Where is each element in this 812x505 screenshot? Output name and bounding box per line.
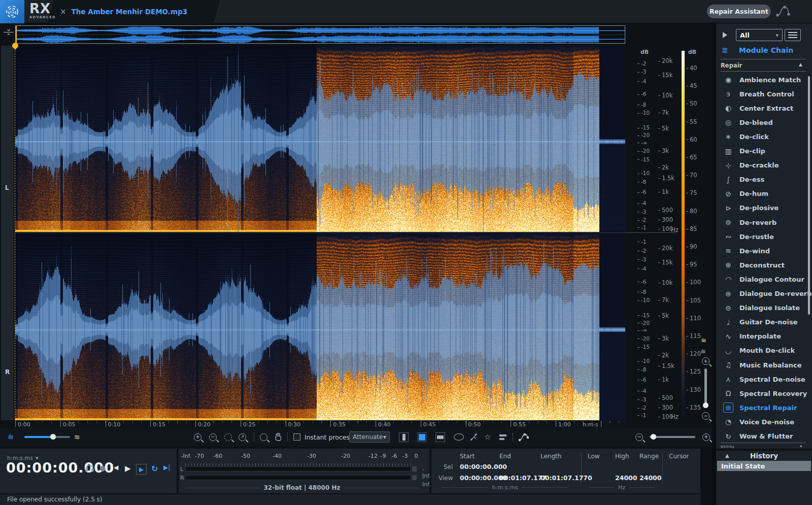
- vertical-zoom-knob[interactable]: [703, 402, 708, 408]
- module-list-scrollbar[interactable]: [808, 76, 810, 315]
- module-item-deconstruct[interactable]: ⊗Deconstruct: [716, 258, 812, 272]
- signal-flow-icon[interactable]: [775, 4, 791, 19]
- h-zoom-out-icon[interactable]: −: [635, 431, 643, 443]
- collapse-overview-icon[interactable]: ⌄⌄: [3, 26, 14, 38]
- blend-slider-knob[interactable]: [50, 434, 56, 440]
- playhead-marker[interactable]: [12, 43, 18, 49]
- spectrogram-settings-icon[interactable]: ≋: [74, 431, 80, 443]
- tab-close-icon[interactable]: ×: [60, 7, 66, 16]
- meter-bar-left[interactable]: [185, 466, 411, 472]
- module-item-de-reverb[interactable]: ⊚De-reverb: [716, 215, 812, 229]
- module-item-de-rustle[interactable]: ∾De-rustle: [716, 229, 812, 244]
- view-end[interactable]: 00:01:07.177: [499, 474, 547, 482]
- module-item-de-wind[interactable]: ≋De-wind: [716, 244, 812, 258]
- magic-wand-tool-icon[interactable]: ☆: [484, 431, 491, 443]
- lasso-tool-icon[interactable]: [454, 431, 464, 443]
- spectrogram-view[interactable]: [15, 46, 625, 420]
- hand-tool-icon[interactable]: [274, 431, 282, 443]
- file-tab-content[interactable]: × The Amber Menhir DEMO.mp3: [60, 0, 222, 23]
- monitor-icon[interactable]: [85, 464, 94, 472]
- time-frequency-selection-tool[interactable]: [417, 431, 427, 443]
- row-view-label: View: [438, 475, 453, 482]
- instant-process-checkbox[interactable]: [293, 431, 300, 443]
- module-item-de-plosive[interactable]: ⊳De-plosive: [716, 201, 812, 215]
- vertical-zoom-slider[interactable]: [704, 368, 707, 407]
- module-item-dialogue-contour[interactable]: ◠Dialogue Contour: [716, 272, 812, 286]
- waveform-spectrogram-blend-icon[interactable]: ılıı: [8, 431, 13, 443]
- view-length[interactable]: 00:01:07.177: [540, 474, 588, 482]
- module-item-de-ess[interactable]: ∫De-ess: [716, 173, 812, 187]
- module-chain-icon: ≣: [722, 46, 728, 55]
- spectrogram-mode-icon[interactable]: ≋: [701, 336, 706, 344]
- module-item-guitar-de-noise[interactable]: ♩Guitar De-noise: [716, 315, 812, 329]
- loop-icon[interactable]: ↻: [151, 464, 158, 474]
- h-zoom-slider[interactable]: [650, 436, 695, 438]
- module-item-de-bleed[interactable]: ◎De-bleed: [716, 115, 812, 129]
- module-menu-icon[interactable]: [785, 29, 801, 41]
- frequency-selection-tool[interactable]: [435, 431, 445, 443]
- module-item-de-hum[interactable]: ⊘De-hum: [716, 187, 812, 201]
- h-zoom-knob[interactable]: [651, 434, 656, 440]
- collapse-triangle-icon[interactable]: ▲: [799, 62, 802, 67]
- module-item-de-clip[interactable]: ▥De-clip: [716, 144, 812, 158]
- play-button-icon[interactable]: ▶: [125, 464, 131, 473]
- module-item-spectral-recovery[interactable]: ΩSpectral Recovery: [716, 386, 812, 400]
- channel-strip[interactable]: L R: [1, 46, 14, 420]
- category-utility-header[interactable]: Utility: [721, 445, 735, 448]
- waveform-mode-icon[interactable]: ılıı: [701, 348, 705, 355]
- view-low[interactable]: 0: [588, 474, 592, 482]
- search-zoom-icon[interactable]: [260, 431, 267, 443]
- category-repair-header[interactable]: Repair: [721, 62, 742, 69]
- meter-bar-right[interactable]: [185, 475, 411, 480]
- collapse-triangle-icon[interactable]: ▲: [800, 444, 802, 447]
- module-item-interpolate[interactable]: ∿Interpolate: [716, 329, 812, 344]
- zoom-fit-icon[interactable]: ↗: [239, 431, 246, 443]
- module-icon: ♫: [723, 360, 733, 370]
- module-label: De-crackle: [739, 161, 779, 169]
- play-to-end-icon[interactable]: ▶|: [163, 464, 170, 471]
- module-item-voice-de-noise[interactable]: ◔Voice De-noise: [716, 415, 812, 429]
- zoom-out-time-icon[interactable]: −: [209, 431, 217, 443]
- view-high[interactable]: 24000: [615, 474, 637, 482]
- channel-label-right[interactable]: R: [5, 368, 10, 376]
- adjacent-selection-tool-icon[interactable]: [499, 431, 506, 443]
- overview-waveform[interactable]: [15, 25, 625, 44]
- vertical-zoom-out-icon[interactable]: −: [702, 412, 709, 420]
- zoom-in-time-icon[interactable]: +: [194, 431, 201, 443]
- signal-chain-tool-icon[interactable]: [519, 431, 529, 443]
- play-selection-icon[interactable]: ▶: [136, 464, 147, 475]
- view-range[interactable]: 24000: [639, 474, 662, 482]
- preview-play-icon[interactable]: [723, 32, 727, 38]
- history-item-initial-state[interactable]: Initial State: [717, 461, 811, 471]
- module-chain-item[interactable]: Module Chain: [739, 46, 793, 54]
- module-item-spectral-de-noise[interactable]: ⋏Spectral De-noise: [716, 372, 812, 386]
- legend-label: 70: [686, 172, 697, 179]
- brush-tool-icon[interactable]: [470, 431, 478, 443]
- time-selection-tool[interactable]: [399, 431, 409, 443]
- module-label: De-bleed: [739, 119, 773, 126]
- module-item-wow-flutter[interactable]: ↻Wow & Flutter: [716, 429, 812, 444]
- record-button-icon[interactable]: ●: [99, 464, 106, 472]
- process-mode-dropdown[interactable]: Attenuate▾: [349, 431, 390, 443]
- module-item-breath-control[interactable]: ϶Breath Control: [716, 87, 812, 101]
- module-item-center-extract[interactable]: ◐Center Extract: [716, 101, 812, 115]
- module-item-dialogue-isolate[interactable]: ⊜Dialogue Isolate: [716, 301, 812, 315]
- module-item-dialogue-de-reverb[interactable]: ⊛Dialogue De-reverb: [716, 287, 812, 301]
- h-zoom-in-icon[interactable]: +: [702, 431, 710, 443]
- blend-slider[interactable]: [24, 436, 70, 438]
- amp-label: -10: [637, 170, 650, 176]
- module-item-music-rebalance[interactable]: ♫Music Rebalance: [716, 358, 812, 372]
- module-item-spectral-repair[interactable]: ⊞Spectral Repair: [716, 400, 812, 415]
- module-item-mouth-de-click[interactable]: ◡Mouth De-click: [716, 344, 812, 358]
- repair-assistant-button[interactable]: Repair Assistant: [707, 5, 771, 18]
- go-to-start-icon[interactable]: |◀: [112, 464, 118, 471]
- module-item-de-click[interactable]: ∗De-click: [716, 129, 812, 144]
- module-filter-dropdown[interactable]: All ▾: [736, 29, 783, 41]
- legend-label: 115: [686, 332, 701, 340]
- channel-label-left[interactable]: L: [5, 184, 9, 191]
- module-item-de-crackle[interactable]: ⊹De-crackle: [716, 158, 812, 173]
- module-item-ambience-match[interactable]: ◉Ambience Match: [716, 73, 812, 87]
- sel-start[interactable]: 00:00:00.000: [460, 463, 507, 470]
- zoom-selection-icon[interactable]: [224, 431, 232, 443]
- vertical-zoom-in-icon[interactable]: +: [702, 357, 709, 365]
